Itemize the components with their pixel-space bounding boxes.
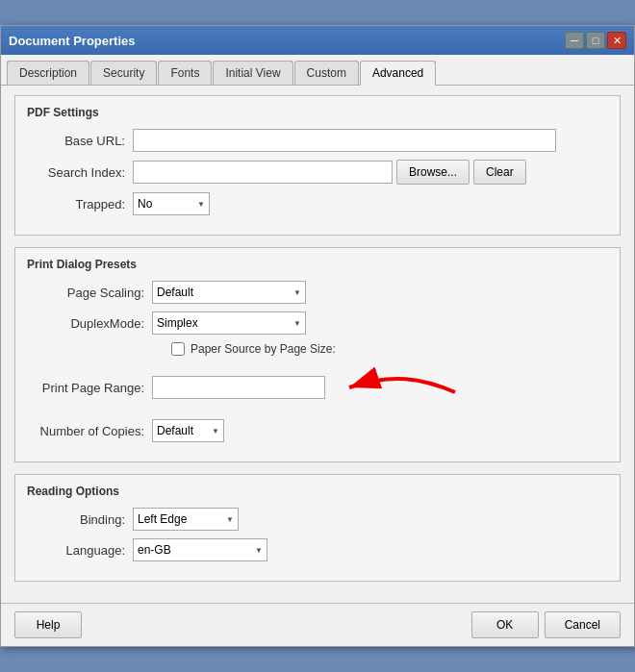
tab-custom[interactable]: Custom <box>294 61 359 85</box>
language-row: Language: en-GB en-US fr-FR de-DE <box>27 538 608 561</box>
tab-security[interactable]: Security <box>90 61 157 85</box>
paper-source-checkbox[interactable] <box>171 342 185 356</box>
tab-initial-view[interactable]: Initial View <box>213 61 292 85</box>
print-dialog-title: Print Dialog Presets <box>27 258 608 271</box>
content-area: PDF Settings Base URL: Search Index: Bro… <box>1 86 634 603</box>
search-index-row: Search Index: Browse... Clear <box>27 160 608 185</box>
language-select-wrapper: en-GB en-US fr-FR de-DE <box>133 538 267 561</box>
reading-options-title: Reading Options <box>27 485 608 498</box>
copies-select-wrapper: Default 1 2 3 <box>152 419 224 442</box>
trapped-label: Trapped: <box>27 197 133 212</box>
duplex-row: DuplexMode: Simplex DuplexFlipLongEdge D… <box>27 311 608 335</box>
print-dialog-section: Print Dialog Presets Page Scaling: Defau… <box>14 247 621 462</box>
title-bar: Document Properties ─ □ ✕ <box>1 26 634 55</box>
tabs-bar: Description Security Fonts Initial View … <box>1 55 634 86</box>
tab-advanced[interactable]: Advanced <box>360 61 436 86</box>
close-button[interactable]: ✕ <box>607 32 626 49</box>
base-url-input[interactable] <box>133 129 556 152</box>
trapped-select[interactable]: No Yes Unknown <box>133 192 210 215</box>
page-scaling-select-wrapper: Default None Fit to Page Shrink to Page <box>152 281 306 304</box>
window-controls: ─ □ ✕ <box>565 32 626 49</box>
copies-label: Number of Copies: <box>27 424 152 438</box>
tab-fonts[interactable]: Fonts <box>158 61 212 85</box>
reading-options-section: Reading Options Binding: Left Edge Right… <box>14 474 621 582</box>
page-scaling-label: Page Scaling: <box>27 286 152 300</box>
browse-button[interactable]: Browse... <box>396 160 470 185</box>
base-url-label: Base URL: <box>27 134 133 148</box>
maximize-button[interactable]: □ <box>586 32 605 49</box>
base-url-row: Base URL: <box>27 129 608 152</box>
document-properties-dialog: Document Properties ─ □ ✕ Description Se… <box>0 25 635 647</box>
binding-select[interactable]: Left Edge Right Edge <box>133 508 239 531</box>
paper-source-row: Paper Source by Page Size: <box>27 342 608 356</box>
trapped-select-wrapper: No Yes Unknown <box>133 192 210 215</box>
print-range-input[interactable] <box>152 376 325 399</box>
copies-select[interactable]: Default 1 2 3 <box>152 419 224 442</box>
search-index-label: Search Index: <box>27 165 133 180</box>
pdf-settings-title: PDF Settings <box>27 106 608 119</box>
paper-source-label: Paper Source by Page Size: <box>190 342 336 356</box>
minimize-button[interactable]: ─ <box>565 32 584 49</box>
trapped-row: Trapped: No Yes Unknown <box>27 192 608 215</box>
print-range-label: Print Page Range: <box>27 381 152 395</box>
help-button[interactable]: Help <box>14 611 82 638</box>
clear-button[interactable]: Clear <box>473 160 526 185</box>
binding-row: Binding: Left Edge Right Edge <box>27 508 608 531</box>
window-title: Document Properties <box>9 34 135 48</box>
duplex-select[interactable]: Simplex DuplexFlipLongEdge DuplexFlipSho… <box>152 311 306 335</box>
print-range-row: Print Page Range: <box>27 363 608 411</box>
language-select[interactable]: en-GB en-US fr-FR de-DE <box>133 538 267 561</box>
binding-select-wrapper: Left Edge Right Edge <box>133 508 239 531</box>
copies-row: Number of Copies: Default 1 2 3 <box>27 419 608 442</box>
cancel-button[interactable]: Cancel <box>545 611 621 638</box>
duplex-label: DuplexMode: <box>27 316 152 331</box>
red-arrow-icon <box>335 363 460 411</box>
search-index-input[interactable] <box>133 161 393 184</box>
duplex-select-wrapper: Simplex DuplexFlipLongEdge DuplexFlipSho… <box>152 311 306 335</box>
binding-label: Binding: <box>27 512 133 527</box>
page-scaling-select[interactable]: Default None Fit to Page Shrink to Page <box>152 281 306 304</box>
pdf-settings-section: PDF Settings Base URL: Search Index: Bro… <box>14 95 621 236</box>
arrow-annotation <box>335 363 460 411</box>
dialog-footer: Help OK Cancel <box>1 603 634 646</box>
language-label: Language: <box>27 543 133 558</box>
tab-description[interactable]: Description <box>7 61 89 85</box>
page-scaling-row: Page Scaling: Default None Fit to Page S… <box>27 281 608 304</box>
footer-right-buttons: OK Cancel <box>471 611 621 638</box>
ok-button[interactable]: OK <box>471 611 539 638</box>
